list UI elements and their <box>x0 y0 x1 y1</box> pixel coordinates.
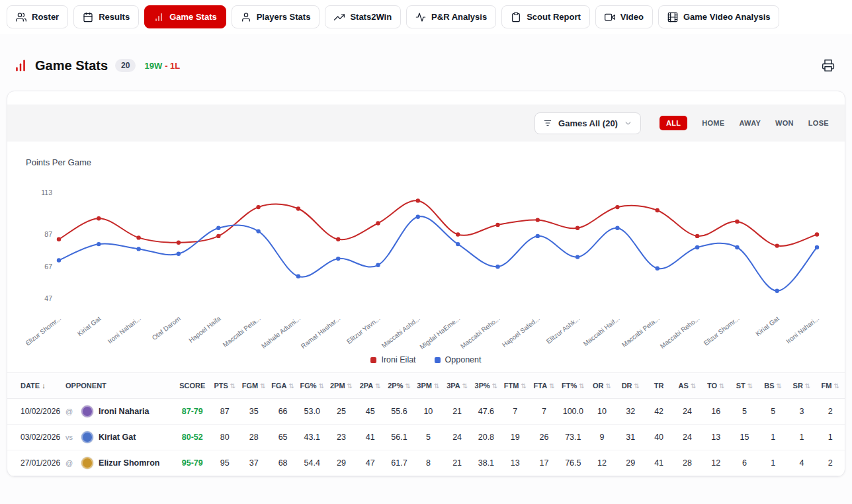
tab-scout-report[interactable]: Scout Report <box>501 5 590 28</box>
team-name[interactable]: Ironi Naharia <box>99 407 149 416</box>
filter-home[interactable]: HOME <box>702 119 724 127</box>
chart-point[interactable] <box>57 237 61 241</box>
column-header-2p[interactable]: 2P%⇅ <box>385 373 414 399</box>
losses-count: - 1L <box>165 61 180 71</box>
tab-video[interactable]: Video <box>595 5 653 28</box>
chart-point[interactable] <box>416 198 420 202</box>
column-label: 3PA <box>447 382 460 390</box>
chart-point[interactable] <box>575 226 579 230</box>
tab-roster[interactable]: Roster <box>7 5 68 28</box>
calendar-icon <box>83 12 93 22</box>
column-header-3p[interactable]: 3P%⇅ <box>472 373 501 399</box>
chart-point[interactable] <box>615 205 619 209</box>
chart-point[interactable] <box>775 289 779 293</box>
column-header-fm[interactable]: FM⇅ <box>816 373 845 399</box>
column-header-ft[interactable]: FT%⇅ <box>558 373 587 399</box>
legend-item-opponent[interactable]: Opponent <box>435 355 482 364</box>
game-date: 27/01/2026 <box>7 450 63 476</box>
x-axis-label: Elizur Shomr... <box>703 315 741 347</box>
column-header-or[interactable]: OR⇅ <box>587 373 616 399</box>
chart-point[interactable] <box>656 267 660 271</box>
chart-point[interactable] <box>256 229 260 233</box>
tab-players-stats[interactable]: Players Stats <box>232 5 320 28</box>
chart-point[interactable] <box>815 232 819 236</box>
column-header-to[interactable]: TO⇅ <box>702 373 730 399</box>
chart-point[interactable] <box>695 234 699 238</box>
column-header-2pm[interactable]: 2PM⇅ <box>327 373 356 399</box>
chart-point[interactable] <box>615 226 619 230</box>
chart-point[interactable] <box>456 242 460 246</box>
chart-point[interactable] <box>336 257 340 261</box>
sort-icon: ⇅ <box>691 382 696 390</box>
column-header-sr[interactable]: SR⇅ <box>787 373 816 399</box>
chart-point[interactable] <box>536 218 540 222</box>
column-header-ftm[interactable]: FTM⇅ <box>501 373 530 399</box>
table-row[interactable]: 10/02/2026@Ironi Naharia87-7987356653.02… <box>7 399 845 425</box>
column-header-3pm[interactable]: 3PM⇅ <box>413 373 443 399</box>
chart-point[interactable] <box>57 258 61 262</box>
column-header-fga[interactable]: FGA⇅ <box>269 373 298 399</box>
chart-point[interactable] <box>456 232 460 236</box>
chart-point[interactable] <box>216 234 220 238</box>
chart-point[interactable] <box>256 205 260 209</box>
chart-point[interactable] <box>97 242 101 246</box>
tab-label: Game Stats <box>169 12 217 22</box>
chart-point[interactable] <box>376 221 380 225</box>
chart-point[interactable] <box>656 208 660 212</box>
chart-point[interactable] <box>136 247 140 251</box>
sort-icon: ⇅ <box>834 382 839 390</box>
chart-point[interactable] <box>296 206 300 210</box>
team-name[interactable]: Elizur Shomron <box>99 458 159 468</box>
column-header-as[interactable]: AS⇅ <box>673 373 701 399</box>
chart-point[interactable] <box>136 235 140 239</box>
stat-cell: 65 <box>269 425 298 450</box>
tab-results[interactable]: Results <box>73 5 139 28</box>
column-header-bs[interactable]: BS⇅ <box>759 373 787 399</box>
chart-point[interactable] <box>495 223 499 227</box>
video-icon <box>605 12 615 22</box>
chart-point[interactable] <box>735 245 739 249</box>
legend-item-ironi-eilat[interactable]: Ironi Eilat <box>370 355 415 364</box>
chart-point[interactable] <box>416 215 420 219</box>
chart-point[interactable] <box>735 220 739 224</box>
chart-point[interactable] <box>575 255 579 259</box>
tab-stats2win[interactable]: Stats2Win <box>325 5 401 28</box>
team-name[interactable]: Kiriat Gat <box>99 433 136 442</box>
chart-point[interactable] <box>376 263 380 267</box>
column-header-fgm[interactable]: FGM⇅ <box>239 373 269 399</box>
column-header-pts[interactable]: PTS⇅ <box>210 373 239 399</box>
game-date: 10/02/2026 <box>7 399 63 425</box>
column-label: 2PA <box>360 382 374 390</box>
filter-away[interactable]: AWAY <box>739 119 761 127</box>
filter-all[interactable]: ALL <box>660 116 687 130</box>
stat-cell: 13 <box>501 450 530 476</box>
column-label: 2PM <box>330 382 345 390</box>
column-header-st[interactable]: ST⇅ <box>730 373 759 399</box>
chart-point[interactable] <box>336 237 340 241</box>
chart-point[interactable] <box>695 245 699 249</box>
column-header-3pa[interactable]: 3PA⇅ <box>443 373 472 399</box>
column-header-fg[interactable]: FG%⇅ <box>298 373 327 399</box>
column-header-fta[interactable]: FTA⇅ <box>530 373 559 399</box>
column-header-dr[interactable]: DR⇅ <box>617 373 645 399</box>
chart-point[interactable] <box>216 226 220 230</box>
chart-point[interactable] <box>775 243 779 247</box>
chart-point[interactable] <box>177 252 181 256</box>
chart-point[interactable] <box>536 234 540 238</box>
tab-game-video-analysis[interactable]: Game Video Analysis <box>658 5 780 28</box>
chart-point[interactable] <box>815 245 819 249</box>
games-filter-dropdown[interactable]: Games All (20) <box>534 112 641 134</box>
filter-won[interactable]: WON <box>775 119 794 127</box>
table-row[interactable]: 03/02/2026vsKiriat Gat80-5280286543.1234… <box>7 425 845 450</box>
chart-point[interactable] <box>177 241 181 245</box>
tab-game-stats[interactable]: Game Stats <box>144 5 226 28</box>
column-header-2pa[interactable]: 2PA⇅ <box>356 373 385 399</box>
tab-p-r-analysis[interactable]: P&R Analysis <box>406 5 496 28</box>
chart-point[interactable] <box>97 216 101 220</box>
print-button[interactable] <box>820 58 836 73</box>
chart-point[interactable] <box>296 274 300 278</box>
table-row[interactable]: 27/01/2026@Elizur Shomron95-7995376854.4… <box>7 450 845 476</box>
chart-point[interactable] <box>495 265 499 269</box>
column-header-date[interactable]: DATE↓ <box>7 373 63 399</box>
filter-lose[interactable]: LOSE <box>808 119 829 127</box>
